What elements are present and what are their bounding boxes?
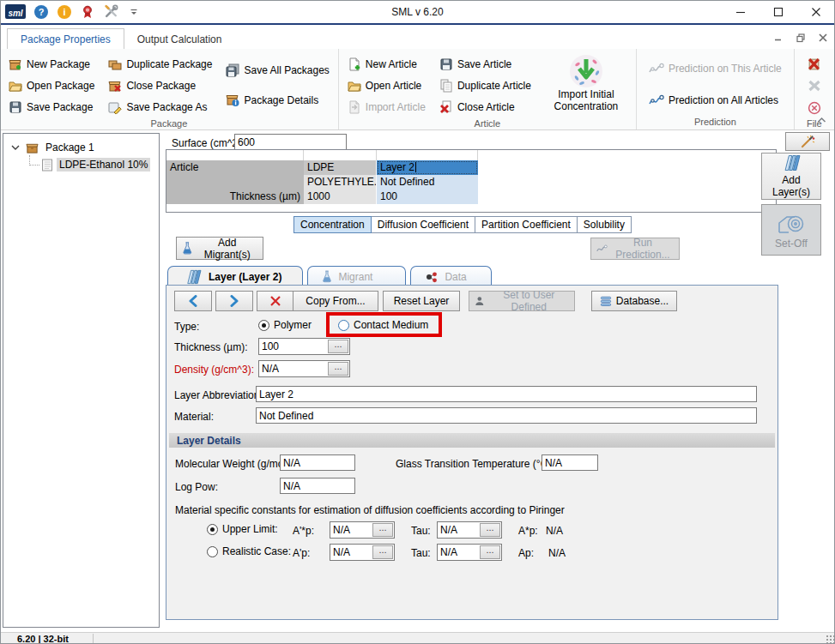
duplicate-article-button[interactable]: Duplicate Article <box>438 75 533 96</box>
tab-concentration[interactable]: Concentration <box>293 216 372 233</box>
type-polymer-radio[interactable]: Polymer <box>258 319 312 331</box>
previous-layer-button[interactable] <box>174 291 212 311</box>
ribbon-group-prediction: Prediction on This Article Prediction on… <box>637 49 795 129</box>
tab-layer[interactable]: Layer (Layer 2) <box>167 266 303 286</box>
material-label: Material: <box>174 411 214 423</box>
grid-layer1-thickness-cell[interactable]: 1000 <box>304 190 377 204</box>
save-all-packages-button[interactable]: Save All Packages <box>224 59 330 81</box>
mdi-close-button[interactable] <box>816 32 830 44</box>
license-button[interactable] <box>80 4 95 20</box>
layer-abbreviation-input[interactable] <box>256 386 757 402</box>
upper-tau-ellipsis-button[interactable]: ... <box>480 523 500 537</box>
tree-node-package[interactable]: Package 1 <box>3 139 159 156</box>
text-caret <box>415 162 416 172</box>
tab-package-properties[interactable]: Package Properties <box>7 28 124 49</box>
upper-tau-label: Tau: <box>411 525 431 537</box>
award-ribbon-icon <box>81 5 94 19</box>
close-all-icon <box>807 57 821 71</box>
new-article-button[interactable]: New Article <box>346 53 427 75</box>
realistic-coef-input[interactable] <box>330 545 372 560</box>
log-pow-input[interactable] <box>280 478 355 494</box>
grid-thickness-header: Thickness (µm) <box>166 190 304 204</box>
tree-expand-icon[interactable] <box>9 141 21 153</box>
upper-tau-field: ... <box>437 521 502 539</box>
close-all-button[interactable] <box>804 54 825 73</box>
close-article-button[interactable]: Close Article <box>438 96 533 117</box>
material-input[interactable] <box>256 407 757 424</box>
grid-layer2-material-cell[interactable]: Not Defined <box>377 175 478 190</box>
delete-layer-button[interactable] <box>257 291 294 311</box>
open-article-button[interactable]: Open Article <box>346 75 427 96</box>
layers-grid: Article LDPE Layer 2 POLYETHYLE... Not D… <box>166 149 777 213</box>
app-logo-icon[interactable]: sml <box>5 4 26 19</box>
mdi-minimize-button[interactable] <box>771 32 785 44</box>
save-package-as-button[interactable]: Save Package As <box>106 96 214 117</box>
realistic-tau-ellipsis-button[interactable]: ... <box>480 545 500 559</box>
help-button[interactable]: ? <box>33 4 49 20</box>
new-package-button[interactable]: New Package <box>7 53 96 75</box>
realistic-coef-ellipsis-button[interactable]: ... <box>372 545 393 559</box>
density-input[interactable] <box>259 361 327 376</box>
close-button[interactable] <box>797 0 835 23</box>
maximize-button[interactable] <box>759 0 797 23</box>
run-prediction-button: Run Prediction... <box>590 238 680 260</box>
duplicate-package-button[interactable]: Duplicate Package <box>106 53 214 75</box>
import-initial-concentration-button[interactable]: Import Initial Concentration <box>543 51 629 117</box>
upper-coef-label: A'*p: <box>293 525 314 537</box>
tab-solubility[interactable]: Solubility <box>577 216 632 233</box>
next-layer-button[interactable] <box>215 291 253 311</box>
tree-article-label[interactable]: LDPE-Ethanol 10% <box>57 158 150 172</box>
tab-diffusion-coefficient[interactable]: Diffusion Coefficient <box>371 216 475 233</box>
glass-transition-label: Glass Transition Temperature (°C): <box>396 458 554 470</box>
article-document-icon <box>41 159 53 172</box>
glass-transition-input[interactable] <box>542 454 598 471</box>
prediction-chart-icon <box>596 243 608 255</box>
about-button[interactable]: i <box>57 4 72 20</box>
set-off-button: Set-Off <box>761 204 821 256</box>
wizard-button[interactable] <box>785 132 830 151</box>
ribbon-collapse-button[interactable] <box>817 114 826 126</box>
realistic-tau-input[interactable] <box>438 545 479 560</box>
open-package-button[interactable]: Open Package <box>7 75 96 96</box>
copy-from-button[interactable]: Copy From... <box>293 291 378 311</box>
database-button[interactable]: Database... <box>591 291 677 311</box>
data-tab-strip: Concentration Diffusion Coefficient Part… <box>293 216 632 233</box>
add-layers-button[interactable]: Add Layer(s) <box>761 153 821 200</box>
thickness-ellipsis-button[interactable]: ... <box>328 340 348 353</box>
surface-input[interactable] <box>234 134 347 150</box>
resize-grip-icon[interactable] <box>826 635 834 643</box>
tab-partition-coefficient[interactable]: Partition Coefficient <box>475 216 578 233</box>
grid-layer2-thickness-cell[interactable]: 100 <box>377 190 478 204</box>
reset-layer-button[interactable]: Reset Layer <box>383 291 460 311</box>
mdi-restore-button[interactable] <box>794 32 808 44</box>
realistic-case-radio[interactable]: Realistic Case: <box>207 545 291 557</box>
package-details-button[interactable]: Package Details <box>224 89 330 111</box>
save-article-button[interactable]: Save Article <box>438 53 533 75</box>
prediction-all-articles-button[interactable]: Prediction on All Articles <box>647 89 784 111</box>
density-ellipsis-button[interactable]: ... <box>328 362 348 376</box>
add-migrants-button[interactable]: Add Migrant(s) <box>176 237 263 260</box>
grid-layer2-name-cell[interactable]: Layer 2 <box>377 160 478 175</box>
upper-tau-input[interactable] <box>438 522 479 538</box>
grid-layer1-name-cell[interactable]: LDPE <box>304 160 377 175</box>
ribbon-group-article: New Article Open Article Import Article … <box>339 49 637 129</box>
settings-button[interactable] <box>103 4 118 20</box>
thickness-input[interactable] <box>259 339 327 354</box>
save-package-button[interactable]: Save Package <box>7 96 96 117</box>
person-icon <box>475 295 485 307</box>
close-package-button[interactable]: Close Package <box>106 75 214 96</box>
tree-package-label[interactable]: Package 1 <box>43 141 97 154</box>
tab-output-calculation[interactable]: Output Calculation <box>124 29 235 49</box>
mdi-window-controls <box>771 32 830 44</box>
upper-limit-radio[interactable]: Upper Limit: <box>207 523 278 535</box>
upper-coef-ellipsis-button[interactable]: ... <box>372 523 393 537</box>
exit-icon <box>808 101 821 115</box>
upper-coef-input[interactable] <box>330 522 372 538</box>
molecular-weight-input[interactable] <box>280 454 355 471</box>
molecular-weight-label: Molecular Weight (g/mol): <box>175 458 293 470</box>
qat-customize-button[interactable] <box>126 4 142 20</box>
grid-layer1-material-cell[interactable]: POLYETHYLE... <box>304 175 377 190</box>
save-icon <box>9 100 22 114</box>
minimize-button[interactable] <box>722 0 759 23</box>
tree-node-article[interactable]: LDPE-Ethanol 10% <box>3 156 159 173</box>
